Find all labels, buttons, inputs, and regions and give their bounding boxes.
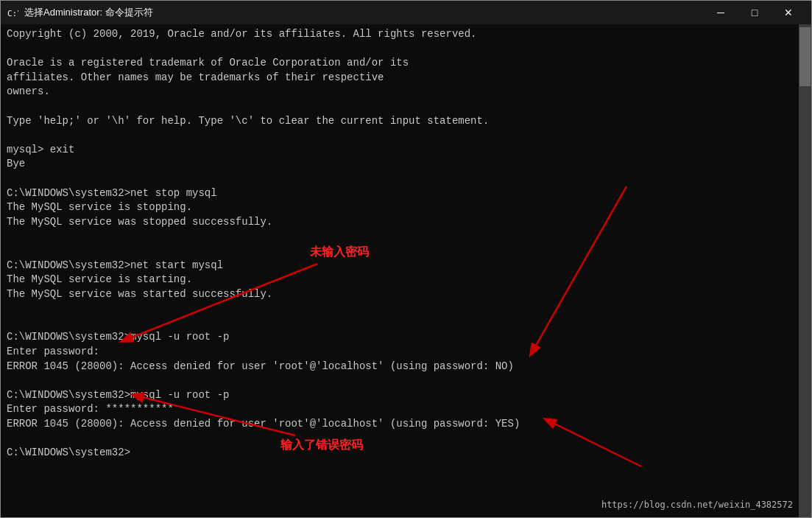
terminal-line: owners. <box>7 85 793 99</box>
terminal-line: Oracle is a registered trademark of Orac… <box>7 56 793 71</box>
terminal-line: Enter password: <box>7 345 793 360</box>
terminal-line: mysql> exit <box>7 143 793 158</box>
terminal[interactable]: Copyright (c) 2000, 2019, Oracle and/or … <box>1 24 799 517</box>
minimize-button[interactable]: ─ <box>704 1 738 24</box>
terminal-line: Copyright (c) 2000, 2019, Oracle and/or … <box>7 27 793 42</box>
terminal-line: C:\WINDOWS\system32>net start mysql <box>7 259 793 273</box>
terminal-line: C:\WINDOWS\system32> <box>7 446 793 461</box>
terminal-line: The MySQL service was started successful… <box>7 287 793 302</box>
watermark: https://blog.csdn.net/weixin_4382572 <box>601 499 793 511</box>
terminal-line: ERROR 1045 (28000): Access denied for us… <box>7 417 793 432</box>
title-bar: C:\ 选择Administrator: 命令提示符 ─ □ ✕ <box>1 1 811 24</box>
window: C:\ 选择Administrator: 命令提示符 ─ □ ✕ Copyrig… <box>0 0 812 518</box>
terminal-line <box>7 229 793 244</box>
terminal-line: Type 'help;' or '\h' for help. Type '\c'… <box>7 114 793 129</box>
terminal-line: Enter password: *********** <box>7 402 793 417</box>
close-button[interactable]: ✕ <box>772 1 805 24</box>
terminal-line: The MySQL service was stopped successful… <box>7 215 793 230</box>
scrollbar-thumb[interactable] <box>799 27 811 86</box>
terminal-line <box>7 172 793 186</box>
terminal-line: affiliates. Other names may be trademark… <box>7 71 793 85</box>
cmd-icon: C:\ <box>7 7 18 18</box>
terminal-line: ERROR 1045 (28000): Access denied for us… <box>7 360 793 374</box>
svg-text:C:\: C:\ <box>7 9 18 18</box>
terminal-line: The MySQL service is stopping. <box>7 200 793 215</box>
terminal-line: Bye <box>7 157 793 172</box>
terminal-line: C:\WINDOWS\system32>mysql -u root -p <box>7 388 793 403</box>
terminal-line: C:\WINDOWS\system32>mysql -u root -p <box>7 330 793 345</box>
terminal-container: Copyright (c) 2000, 2019, Oracle and/or … <box>1 24 811 517</box>
terminal-line <box>7 374 793 388</box>
terminal-line <box>7 42 793 57</box>
terminal-line: C:\WINDOWS\system32>net stop mysql <box>7 186 793 201</box>
terminal-line <box>7 301 793 316</box>
terminal-line <box>7 99 793 114</box>
terminal-line <box>7 316 793 331</box>
scrollbar[interactable] <box>799 24 811 517</box>
window-title: 选择Administrator: 命令提示符 <box>24 6 704 19</box>
terminal-line <box>7 432 793 447</box>
restore-button[interactable]: □ <box>738 1 772 24</box>
terminal-line <box>7 244 793 259</box>
terminal-line <box>7 128 793 143</box>
window-controls: ─ □ ✕ <box>704 1 805 24</box>
terminal-line: The MySQL service is starting. <box>7 273 793 287</box>
